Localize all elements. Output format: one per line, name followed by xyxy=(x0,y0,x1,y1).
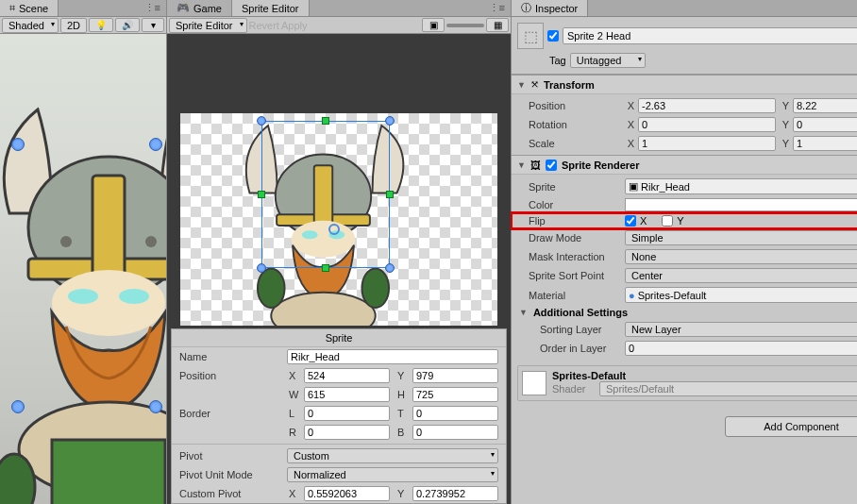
fx-dropdown-icon[interactable]: ▾ xyxy=(142,18,164,32)
pivot-handle[interactable] xyxy=(328,224,340,235)
foldout-icon: ▼ xyxy=(517,80,526,90)
sprite-canvas[interactable]: Sprite Name Position X Y W H Border xyxy=(167,34,511,504)
cpivot-y-input[interactable] xyxy=(412,486,498,501)
svg-point-3 xyxy=(60,236,72,247)
gizmo-handle[interactable] xyxy=(149,400,162,413)
revert-button[interactable]: Revert xyxy=(249,20,279,31)
sortpoint-dropdown[interactable]: Center xyxy=(625,268,857,283)
pos-w-input[interactable] xyxy=(304,387,390,402)
shader-label: Shader xyxy=(552,383,596,395)
gameobject-icon[interactable]: ⬚ xyxy=(517,23,544,49)
sprite-selection[interactable] xyxy=(261,121,390,268)
tag-dropdown[interactable]: Untagged xyxy=(570,53,646,68)
selection-handle[interactable] xyxy=(257,263,266,273)
drawmode-dropdown[interactable]: Simple xyxy=(625,230,857,245)
pos-y[interactable] xyxy=(793,98,857,113)
axis-t-label: T xyxy=(395,408,407,419)
shader-dropdown[interactable]: Sprites/Default xyxy=(599,381,857,396)
selection-handle[interactable] xyxy=(385,263,395,273)
sprite-renderer-header[interactable]: ▼ 🖼 Sprite Renderer ? ⇅ ⋮ xyxy=(512,156,857,175)
scene-toolbar: Shaded 2D 💡 🔊 ▾ xyxy=(0,17,166,34)
axis-x-label: X xyxy=(287,370,298,381)
selection-edge-handle[interactable] xyxy=(322,117,329,125)
sprite-detail-panel: Sprite Name Position X Y W H Border xyxy=(171,328,507,504)
selection-handle[interactable] xyxy=(385,116,395,126)
inspector-tab[interactable]: ⓘ Inspector xyxy=(512,0,588,16)
cpivot-x-input[interactable] xyxy=(304,486,390,501)
border-t-input[interactable] xyxy=(412,406,498,421)
selection-edge-handle[interactable] xyxy=(322,264,329,272)
material-thumbnail[interactable] xyxy=(522,371,546,395)
color-field[interactable] xyxy=(625,198,857,211)
sprite-object-field[interactable]: ▣ Rikr_Head ⊙ xyxy=(625,178,857,194)
game-tab[interactable]: 🎮 Game xyxy=(167,0,232,16)
component-enabled-checkbox[interactable] xyxy=(546,160,557,171)
sprite-editor-tab[interactable]: Sprite Editor xyxy=(232,0,310,16)
panel-options-icon[interactable]: ⋮≡ xyxy=(483,0,511,16)
selection-edge-handle[interactable] xyxy=(258,191,265,198)
pos-x[interactable] xyxy=(638,98,776,113)
sorting-layer-dropdown[interactable]: New Layer xyxy=(625,322,857,337)
shader-value: Sprites/Default xyxy=(606,383,674,395)
scene-tab[interactable]: ⌗ Scene xyxy=(0,0,59,16)
add-component-button[interactable]: Add Component xyxy=(725,416,857,437)
custom-pivot-label: Custom Pivot xyxy=(179,488,281,499)
axis-l-label: L xyxy=(287,408,298,419)
sprite-name-input[interactable] xyxy=(287,349,498,364)
lighting-icon[interactable]: 💡 xyxy=(89,18,113,32)
svg-point-21 xyxy=(361,268,389,308)
apply-button[interactable]: Apply xyxy=(281,20,308,31)
scene-viewport[interactable] xyxy=(0,34,166,504)
inspector-tab-label: Inspector xyxy=(535,3,578,14)
rot-y[interactable] xyxy=(793,117,857,132)
transform-header[interactable]: ▼ ⤧ Transform ? ⇅ ⋮ xyxy=(512,76,857,94)
gizmo-handle[interactable] xyxy=(11,400,25,413)
inspector-panel: ⓘ Inspector 🔓 ⋮≡ ⬚ Static ▾ Tag Untagged… xyxy=(512,0,857,504)
flip-y-label: Y xyxy=(677,215,683,227)
sortpoint-value: Center xyxy=(631,270,663,281)
maskint-dropdown[interactable]: None xyxy=(625,249,857,264)
rgb-toggle-icon[interactable]: ▣ xyxy=(422,18,445,32)
flip-y-checkbox[interactable] xyxy=(662,215,673,227)
scale-x[interactable] xyxy=(638,136,776,151)
axis-y-label: Y xyxy=(395,370,407,381)
selection-handle[interactable] xyxy=(257,116,266,126)
pivot-dropdown[interactable]: Custom xyxy=(287,448,498,463)
foldout-icon[interactable]: ▼ xyxy=(517,308,528,317)
border-b-input[interactable] xyxy=(412,425,498,440)
game-tab-label: Game xyxy=(193,3,222,14)
pos-h-input[interactable] xyxy=(412,387,498,402)
gizmo-handle[interactable] xyxy=(11,138,25,151)
rot-x[interactable] xyxy=(638,117,776,132)
maskint-value: None xyxy=(631,251,656,262)
border-l-input[interactable] xyxy=(304,406,390,421)
shading-dropdown[interactable]: Shaded xyxy=(2,18,59,33)
tag-label: Tag xyxy=(549,55,566,66)
axis-r-label: R xyxy=(287,427,298,438)
sprite-editor-menu[interactable]: Sprite Editor xyxy=(169,18,247,33)
pos-x-input[interactable] xyxy=(304,368,390,383)
gameobject-enabled-checkbox[interactable] xyxy=(547,30,559,42)
mode-2d-button[interactable]: 2D xyxy=(60,18,87,33)
border-r-input[interactable] xyxy=(304,425,390,440)
gameobject-name-input[interactable] xyxy=(563,27,857,44)
alpha-toggle-icon[interactable]: ▦ xyxy=(486,18,509,32)
additional-settings-title: Additional Settings xyxy=(531,307,628,318)
svg-point-7 xyxy=(119,289,149,304)
gizmo-handle[interactable] xyxy=(149,138,162,151)
material-field[interactable]: ● Sprites-Default ⊙ xyxy=(625,287,857,303)
border-label: Border xyxy=(179,408,281,419)
audio-icon[interactable]: 🔊 xyxy=(115,18,140,32)
sprite-editor-panel: 🎮 Game Sprite Editor ⋮≡ Sprite Editor Re… xyxy=(167,0,512,504)
pos-y-input[interactable] xyxy=(412,368,498,383)
zoom-slider[interactable] xyxy=(446,24,484,27)
material-section: Sprites-Default Shader Sprites/Default ⋮ xyxy=(517,365,857,401)
pivot-unit-dropdown[interactable]: Normalized xyxy=(287,467,498,482)
scale-label: Scale xyxy=(517,138,621,149)
selection-edge-handle[interactable] xyxy=(386,191,394,198)
flip-x-checkbox[interactable] xyxy=(625,215,636,227)
order-in-layer-input[interactable] xyxy=(625,341,857,356)
panel-options-icon[interactable]: ⋮≡ xyxy=(139,0,166,16)
scale-y[interactable] xyxy=(793,136,857,151)
position-label: Position xyxy=(517,100,621,111)
